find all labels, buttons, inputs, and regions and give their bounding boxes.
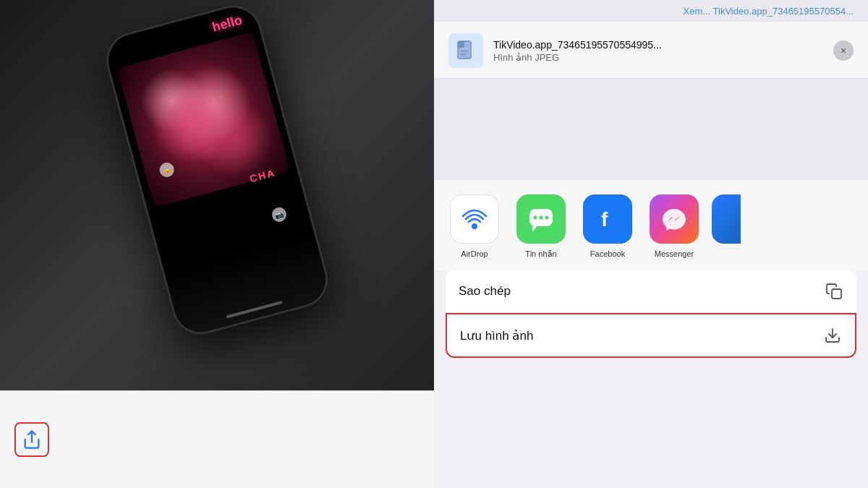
share-icon [22, 429, 42, 450]
save-image-label: Lưu hình ảnh [460, 328, 533, 343]
airdrop-label: AirDrop [461, 249, 488, 258]
left-bottom-bar [0, 390, 434, 488]
svg-marker-7 [532, 226, 537, 232]
svg-point-5 [472, 223, 477, 229]
top-url-bar: Xem... TikVideo.app_73465195570554... [434, 0, 868, 22]
messenger-icon-box [650, 194, 699, 244]
messenger-icon [658, 203, 690, 235]
phone-background: hello CHA 🔒 📷 [0, 0, 434, 390]
file-name: TikVideo.app_73465195570554995... [493, 39, 823, 51]
messenger-label: Messenger [655, 249, 694, 258]
facebook-icon-box: f [583, 194, 632, 244]
phone-screen: hello CHA 🔒 📷 [103, 2, 331, 338]
left-panel: hello CHA 🔒 📷 [0, 0, 434, 488]
phone-text-hello: hello [210, 12, 244, 35]
copy-label: Sao chép [459, 284, 511, 299]
svg-point-10 [545, 216, 549, 220]
app-item-airdrop[interactable]: AirDrop [446, 194, 503, 258]
phone-camera-icon: 📷 [271, 206, 288, 223]
app-item-messenger[interactable]: Messenger [645, 194, 703, 258]
actions-section: Sao chép Lưu hình ảnh [434, 270, 868, 488]
svg-text:f: f [601, 208, 608, 231]
messages-icon [525, 203, 557, 235]
partial-url-text: Xem... TikVideo.app_73465195570554... [684, 6, 854, 17]
airdrop-wifi-icon [459, 203, 490, 235]
apps-section: AirDrop Tin nhắn [434, 180, 868, 270]
svg-rect-13 [832, 289, 841, 299]
share-sheet-header: TikVideo.app_73465195570554995... Hình ả… [434, 22, 868, 79]
apps-row: AirDrop Tin nhắn [446, 194, 856, 259]
save-icon [823, 326, 842, 345]
facebook-label: Facebook [590, 249, 625, 258]
save-image-action-row[interactable]: Lưu hình ảnh [446, 313, 856, 358]
partial-app-icon [712, 194, 741, 244]
right-panel: Xem... TikVideo.app_73465195570554... Ti… [434, 0, 868, 488]
close-button[interactable]: × [833, 40, 854, 61]
messages-icon-box [516, 194, 566, 244]
app-item-partial [712, 194, 741, 244]
svg-rect-2 [458, 41, 464, 48]
copy-action-row[interactable]: Sao chép [446, 270, 856, 313]
copy-icon [825, 282, 843, 301]
app-item-facebook[interactable]: f Facebook [579, 194, 637, 258]
file-icon-box [448, 33, 483, 68]
messages-label: Tin nhắn [525, 249, 556, 259]
file-info: TikVideo.app_73465195570554995... Hình ả… [493, 39, 823, 63]
phone-bottom-gradient [163, 228, 332, 338]
phone-mockup: hello CHA 🔒 📷 [100, 0, 334, 341]
app-item-messages[interactable]: Tin nhắn [512, 194, 570, 259]
facebook-icon: f [592, 203, 624, 235]
preview-area [434, 79, 868, 180]
share-button[interactable] [14, 422, 49, 457]
file-icon [455, 40, 477, 61]
svg-point-8 [534, 216, 537, 220]
svg-point-9 [540, 216, 543, 220]
airdrop-icon-box [450, 194, 499, 244]
file-type: Hình ảnh JPEG [493, 52, 823, 63]
